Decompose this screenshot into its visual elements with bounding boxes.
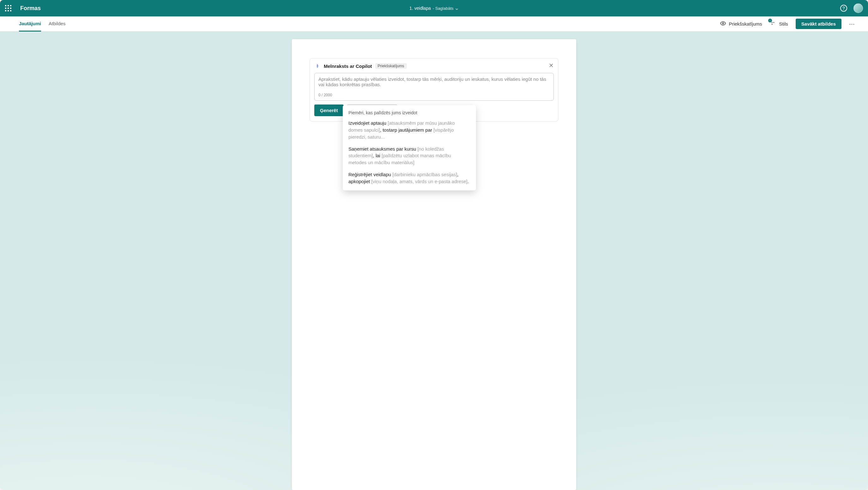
prompt-box: 0 / 2000 <box>314 73 554 101</box>
close-icon[interactable] <box>549 63 554 69</box>
style-button[interactable]: Stils <box>770 20 788 28</box>
prompt-example-2[interactable]: Saņemiet atsauksmes par kursu [no koledž… <box>348 145 470 166</box>
svg-point-4 <box>772 24 773 25</box>
eye-icon <box>720 20 726 28</box>
tab-questions[interactable]: Jautājumi <box>19 21 41 32</box>
avatar[interactable] <box>854 3 863 13</box>
preview-label: Priekšskatījums <box>729 21 762 27</box>
form-sheet: Melnraksts ar Copilot Priekšskatījums 0 … <box>292 39 576 490</box>
prompt-example-1[interactable]: Izveidojiet aptauju [atsauksmēm par mūsu… <box>348 120 470 140</box>
prompt-example-3[interactable]: Reģistrējiet veidlapu [darbinieku apmācī… <box>348 171 470 185</box>
preview-button[interactable]: Priekšskatījums <box>720 20 762 28</box>
prompts-dropdown: Piemēri, kas palīdzēs jums izveidot Izve… <box>343 105 476 190</box>
app-header: Formas 1. veidlapa - Saglabāts ? <box>0 0 868 17</box>
char-count: 0 / 2000 <box>318 93 550 97</box>
svg-point-0 <box>722 23 724 24</box>
chevron-down-icon <box>456 7 459 10</box>
app-name[interactable]: Formas <box>20 5 41 12</box>
copilot-title: Melnraksts ar Copilot <box>324 63 372 69</box>
svg-point-2 <box>772 22 773 23</box>
generate-button[interactable]: Ģenerēt <box>314 104 344 116</box>
preview-badge: Priekšskatījums <box>375 63 407 69</box>
style-label: Stils <box>779 21 788 27</box>
palette-icon <box>770 20 776 28</box>
app-launcher-icon[interactable] <box>5 5 11 11</box>
collect-responses-button[interactable]: Savākt atbildes <box>796 19 841 29</box>
svg-point-3 <box>774 22 775 23</box>
prompt-input[interactable] <box>318 76 550 90</box>
copilot-icon <box>314 63 320 69</box>
more-icon[interactable]: ⋯ <box>849 21 856 28</box>
toolbar: Jautājumi Atbildes Priekšskatījums Stils <box>0 17 868 32</box>
form-title-dropdown[interactable]: 1. veidlapa - Saglabāts <box>409 6 458 11</box>
help-icon[interactable]: ? <box>840 5 847 12</box>
canvas: Melnraksts ar Copilot Priekšskatījums 0 … <box>0 32 868 490</box>
save-status: - Saglabāts <box>433 6 454 11</box>
copilot-card: Melnraksts ar Copilot Priekšskatījums 0 … <box>310 58 558 122</box>
prompts-heading: Piemēri, kas palīdzēs jums izveidot <box>348 109 470 116</box>
tab-responses[interactable]: Atbildes <box>49 21 65 27</box>
form-title: 1. veidlapa <box>409 6 431 11</box>
